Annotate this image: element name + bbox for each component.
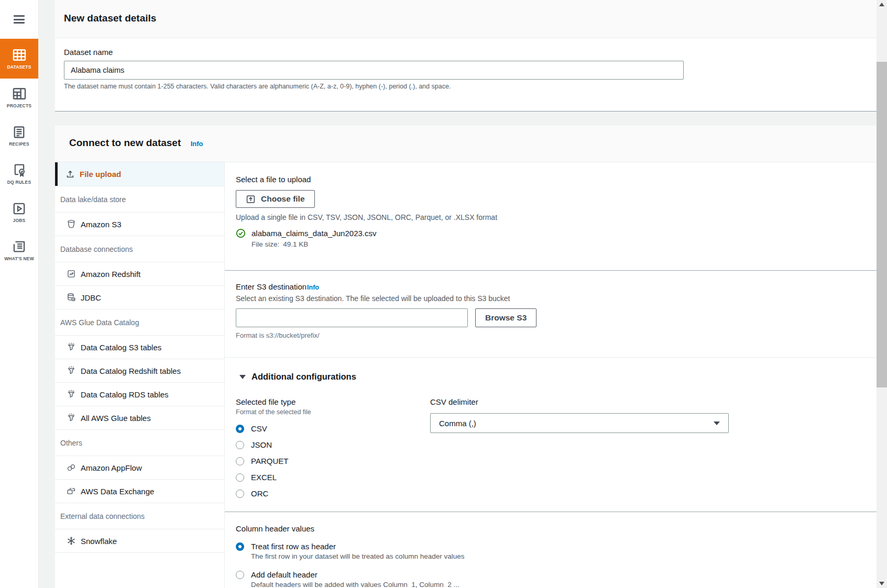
success-check-icon: [236, 228, 246, 238]
menu-button[interactable]: [0, 0, 38, 39]
jobs-icon: [13, 202, 26, 215]
scroll-down-icon: [879, 582, 884, 585]
radio-option-json[interactable]: JSON: [236, 437, 864, 453]
nav-item-snowflake[interactable]: Snowflake: [55, 529, 224, 553]
sidebar-item-datasets[interactable]: DATASETS: [0, 39, 38, 79]
option-description: Default headers will be added with value…: [251, 581, 864, 588]
page-title: New dataset details: [64, 13, 156, 24]
snowflake-icon: [67, 536, 76, 546]
sidebar-item-whats-new[interactable]: WHAT'S NEW: [0, 231, 38, 270]
radio: [236, 441, 244, 449]
column-header-values-label: Column header values: [236, 524, 864, 533]
nav-section-external-data-connections: External data connections: [55, 503, 224, 529]
nav-item-data-catalog-redshift-tables[interactable]: Data Catalog Redshift tables: [55, 359, 224, 383]
nav-item-data-catalog-s3-tables[interactable]: Data Catalog S3 tables: [55, 336, 224, 359]
upload-format-help: Upload a single file in CSV, TSV, JSON, …: [236, 213, 864, 221]
nav-section-glue-data-catalog: AWS Glue Data Catalog: [55, 309, 224, 336]
nav-item-amazon-appflow[interactable]: Amazon AppFlow: [55, 456, 224, 480]
expand-arrow-icon: [239, 375, 246, 379]
select-file-label: Select a file to upload: [236, 175, 864, 184]
nav-item-label: File upload: [80, 170, 121, 179]
connect-info-link[interactable]: Info: [191, 140, 203, 148]
redshift-icon: [67, 269, 76, 279]
sidebar-item-recipes[interactable]: RECIPES: [0, 117, 38, 155]
radio: [236, 473, 244, 482]
choose-file-button[interactable]: Choose file: [236, 190, 315, 208]
sidebar-item-label: PROJECTS: [7, 103, 31, 108]
option-description: The first row in your dataset will be tr…: [251, 552, 864, 560]
sidebar-item-dq-rules[interactable]: DQ RULES: [0, 155, 38, 193]
data-catalog-icon: [67, 413, 76, 423]
radio-option-orc[interactable]: ORC: [236, 485, 864, 502]
nav-item-amazon-s3[interactable]: Amazon S3: [55, 213, 224, 236]
data-catalog-icon: [67, 366, 76, 375]
csv-delimiter-label: CSV delimiter: [430, 397, 729, 406]
radio-option-parquet[interactable]: PARQUET: [236, 453, 864, 469]
connection-source-nav: File upload Data lake/data store Amazon …: [55, 162, 225, 588]
s3-info-link[interactable]: Info: [307, 284, 319, 291]
nav-item-amazon-redshift[interactable]: Amazon Redshift: [55, 262, 224, 286]
dq-rules-icon: [13, 163, 26, 177]
nav-item-file-upload[interactable]: File upload: [55, 162, 224, 186]
sidebar-item-label: RECIPES: [9, 141, 29, 147]
section-title: Connect to new dataset: [69, 137, 181, 148]
jdbc-database-icon: [67, 293, 76, 302]
sidebar-item-label: JOBS: [13, 218, 26, 223]
file-upload-panel: Select a file to upload Choose file Uplo…: [225, 162, 877, 588]
scroll-up-icon: [879, 3, 884, 6]
sidebar-item-label: DQ RULES: [7, 180, 31, 185]
vertical-scrollbar[interactable]: [877, 0, 887, 588]
card-header: Connect to new dataset Info: [55, 126, 877, 162]
nav-item-jdbc[interactable]: JDBC: [55, 286, 224, 309]
s3-format-hint: Format is s3://bucket/prefix/: [236, 331, 864, 339]
radio: [236, 490, 244, 498]
sidebar-item-jobs[interactable]: JOBS: [0, 193, 38, 231]
nav-section-others: Others: [55, 430, 224, 456]
chevron-down-icon: [714, 421, 720, 425]
sidebar-item-projects[interactable]: PROJECTS: [0, 79, 38, 117]
nav-section-database-connections: Database connections: [55, 236, 224, 262]
browse-s3-button[interactable]: Browse S3: [475, 308, 536, 327]
dataset-name-input[interactable]: Alabama claims: [64, 61, 684, 80]
additional-configurations-toggle[interactable]: Additional configurations: [236, 372, 864, 382]
data-catalog-icon: [67, 390, 76, 399]
appflow-link-icon: [67, 463, 76, 472]
dataset-name-help: The dataset name must contain 1-255 char…: [64, 83, 868, 90]
data-exchange-icon: [67, 486, 76, 496]
connect-to-new-dataset-card: Connect to new dataset Info File upload …: [55, 126, 877, 588]
projects-icon: [13, 87, 26, 101]
app-sidebar: DATASETS PROJECTS RECIPES DQ RULES JOBS: [0, 0, 39, 588]
data-catalog-icon: [67, 342, 76, 352]
hamburger-icon: [14, 14, 25, 26]
radio-option-excel[interactable]: EXCEL: [236, 469, 864, 485]
scrollbar-thumb[interactable]: [877, 62, 887, 387]
radio: [236, 457, 244, 465]
file-upload-icon: [65, 170, 75, 179]
whats-new-icon: [13, 240, 26, 253]
nav-section-data-lake: Data lake/data store: [55, 186, 224, 213]
radio-selected: [236, 542, 244, 551]
recipes-icon: [13, 126, 26, 139]
nav-item-aws-data-exchange[interactable]: AWS Data Exchange: [55, 480, 224, 503]
upload-box-icon: [246, 194, 256, 204]
option-treat-first-row-as-header: Treat first row as header The first row …: [236, 542, 864, 560]
option-add-default-header: Add default header Default headers will …: [236, 570, 864, 588]
scroll-down-button[interactable]: [877, 579, 887, 588]
main-content: New dataset details Dataset name Alabama…: [39, 0, 877, 588]
radio-selected: [236, 425, 244, 433]
radio: [236, 571, 244, 579]
dataset-name-label: Dataset name: [64, 48, 868, 57]
nav-item-data-catalog-rds-tables[interactable]: Data Catalog RDS tables: [55, 383, 224, 406]
s3-destination-input[interactable]: [236, 308, 468, 327]
card-header: New dataset details: [55, 0, 877, 38]
new-dataset-details-card: New dataset details Dataset name Alabama…: [55, 0, 877, 112]
s3-destination-label: Enter S3 destination: [236, 282, 306, 291]
s3-destination-description: Select an existing S3 destination. The f…: [236, 294, 864, 303]
sidebar-item-label: WHAT'S NEW: [4, 256, 34, 261]
uploaded-file-name: alabama_claims_data_Jun2023.csv: [251, 229, 376, 238]
scroll-up-button[interactable]: [877, 0, 887, 9]
datasets-grid-icon: [13, 48, 26, 62]
nav-item-all-aws-glue-tables[interactable]: All AWS Glue tables: [55, 406, 224, 430]
csv-delimiter-select[interactable]: Comma (,): [430, 413, 729, 433]
s3-bucket-icon: [67, 219, 76, 229]
